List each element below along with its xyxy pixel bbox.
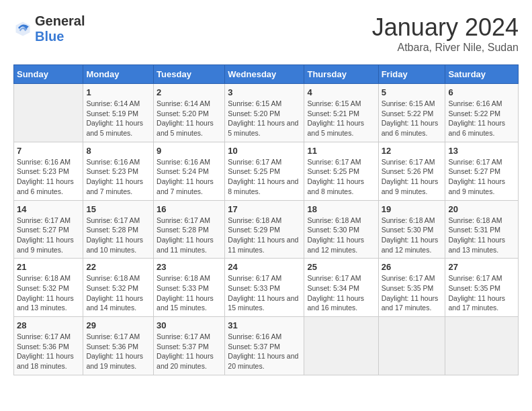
day-number: 6 xyxy=(448,87,515,97)
day-detail: Sunrise: 6:18 AMSunset: 5:29 PMDaylight:… xyxy=(228,216,301,255)
calendar-cell: 23Sunrise: 6:18 AMSunset: 5:33 PMDayligh… xyxy=(154,259,225,317)
day-number: 5 xyxy=(382,87,443,97)
calendar-week-row: 7Sunrise: 6:16 AMSunset: 5:23 PMDaylight… xyxy=(14,142,519,200)
calendar-cell: 14Sunrise: 6:17 AMSunset: 5:27 PMDayligh… xyxy=(14,200,83,259)
day-number: 4 xyxy=(307,87,375,97)
day-number: 2 xyxy=(157,87,222,97)
day-detail: Sunrise: 6:16 AMSunset: 5:23 PMDaylight:… xyxy=(17,157,80,197)
header: General Blue January 2024 Atbara, River … xyxy=(13,13,519,54)
day-number: 27 xyxy=(448,262,515,272)
calendar-cell: 31Sunrise: 6:16 AMSunset: 5:37 PMDayligh… xyxy=(225,317,304,375)
calendar-cell: 9Sunrise: 6:16 AMSunset: 5:24 PMDaylight… xyxy=(154,142,225,200)
header-day-friday: Friday xyxy=(378,65,445,84)
calendar-cell: 29Sunrise: 6:17 AMSunset: 5:36 PMDayligh… xyxy=(83,317,154,375)
logo-text: General Blue xyxy=(35,13,85,44)
day-number: 8 xyxy=(86,146,150,156)
calendar-cell: 12Sunrise: 6:17 AMSunset: 5:26 PMDayligh… xyxy=(378,142,445,200)
calendar-cell: 24Sunrise: 6:17 AMSunset: 5:33 PMDayligh… xyxy=(225,259,304,317)
day-detail: Sunrise: 6:17 AMSunset: 5:27 PMDaylight:… xyxy=(448,157,515,197)
day-detail: Sunrise: 6:17 AMSunset: 5:25 PMDaylight:… xyxy=(307,157,375,197)
day-number: 19 xyxy=(382,204,443,214)
main-title: January 2024 xyxy=(372,13,519,42)
day-detail: Sunrise: 6:18 AMSunset: 5:31 PMDaylight:… xyxy=(448,216,515,255)
day-detail: Sunrise: 6:16 AMSunset: 5:24 PMDaylight:… xyxy=(157,157,222,197)
day-number: 20 xyxy=(448,204,515,214)
day-number: 24 xyxy=(228,262,301,272)
day-number: 1 xyxy=(86,87,150,97)
header-day-monday: Monday xyxy=(83,65,154,84)
day-number: 31 xyxy=(228,320,301,330)
day-number: 3 xyxy=(228,87,301,97)
day-number: 16 xyxy=(157,204,222,214)
day-number: 21 xyxy=(17,262,80,272)
calendar-cell: 18Sunrise: 6:18 AMSunset: 5:30 PMDayligh… xyxy=(304,200,378,259)
day-detail: Sunrise: 6:18 AMSunset: 5:30 PMDaylight:… xyxy=(307,216,375,255)
day-detail: Sunrise: 6:17 AMSunset: 5:36 PMDaylight:… xyxy=(86,332,150,371)
day-detail: Sunrise: 6:18 AMSunset: 5:32 PMDaylight:… xyxy=(86,273,150,313)
calendar-cell: 8Sunrise: 6:16 AMSunset: 5:23 PMDaylight… xyxy=(83,142,154,200)
calendar-cell: 5Sunrise: 6:15 AMSunset: 5:22 PMDaylight… xyxy=(378,84,445,142)
calendar-cell xyxy=(14,84,83,142)
day-detail: Sunrise: 6:17 AMSunset: 5:37 PMDaylight:… xyxy=(157,332,222,371)
calendar-week-row: 14Sunrise: 6:17 AMSunset: 5:27 PMDayligh… xyxy=(14,200,519,259)
calendar-cell: 27Sunrise: 6:17 AMSunset: 5:35 PMDayligh… xyxy=(445,259,519,317)
day-number: 25 xyxy=(307,262,375,272)
calendar-cell: 10Sunrise: 6:17 AMSunset: 5:25 PMDayligh… xyxy=(225,142,304,200)
day-detail: Sunrise: 6:17 AMSunset: 5:36 PMDaylight:… xyxy=(17,332,80,371)
calendar-cell: 7Sunrise: 6:16 AMSunset: 5:23 PMDaylight… xyxy=(14,142,83,200)
day-number: 7 xyxy=(17,146,80,156)
day-detail: Sunrise: 6:18 AMSunset: 5:33 PMDaylight:… xyxy=(157,273,222,313)
day-number: 12 xyxy=(382,146,443,156)
day-number: 14 xyxy=(17,204,80,214)
calendar-cell: 20Sunrise: 6:18 AMSunset: 5:31 PMDayligh… xyxy=(445,200,519,259)
day-detail: Sunrise: 6:18 AMSunset: 5:32 PMDaylight:… xyxy=(17,273,80,313)
day-number: 28 xyxy=(17,320,80,330)
subtitle: Atbara, River Nile, Sudan xyxy=(372,42,519,54)
day-detail: Sunrise: 6:14 AMSunset: 5:19 PMDaylight:… xyxy=(86,99,150,138)
day-number: 13 xyxy=(448,146,515,156)
calendar-header-row: SundayMondayTuesdayWednesdayThursdayFrid… xyxy=(14,65,519,84)
day-number: 26 xyxy=(382,262,443,272)
calendar-cell: 30Sunrise: 6:17 AMSunset: 5:37 PMDayligh… xyxy=(154,317,225,375)
day-number: 22 xyxy=(86,262,150,272)
day-detail: Sunrise: 6:17 AMSunset: 5:25 PMDaylight:… xyxy=(228,157,301,197)
calendar-week-row: 21Sunrise: 6:18 AMSunset: 5:32 PMDayligh… xyxy=(14,259,519,317)
calendar-cell: 19Sunrise: 6:18 AMSunset: 5:30 PMDayligh… xyxy=(378,200,445,259)
calendar-cell: 25Sunrise: 6:17 AMSunset: 5:34 PMDayligh… xyxy=(304,259,378,317)
day-detail: Sunrise: 6:17 AMSunset: 5:35 PMDaylight:… xyxy=(448,273,515,313)
day-number: 9 xyxy=(157,146,222,156)
calendar-cell: 28Sunrise: 6:17 AMSunset: 5:36 PMDayligh… xyxy=(14,317,83,375)
calendar-cell: 21Sunrise: 6:18 AMSunset: 5:32 PMDayligh… xyxy=(14,259,83,317)
calendar-cell: 22Sunrise: 6:18 AMSunset: 5:32 PMDayligh… xyxy=(83,259,154,317)
day-detail: Sunrise: 6:17 AMSunset: 5:27 PMDaylight:… xyxy=(17,216,80,255)
calendar-cell xyxy=(378,317,445,375)
calendar-cell: 6Sunrise: 6:16 AMSunset: 5:22 PMDaylight… xyxy=(445,84,519,142)
header-day-saturday: Saturday xyxy=(445,65,519,84)
title-area: January 2024 Atbara, River Nile, Sudan xyxy=(372,13,519,54)
header-day-wednesday: Wednesday xyxy=(225,65,304,84)
calendar-cell: 3Sunrise: 6:15 AMSunset: 5:20 PMDaylight… xyxy=(225,84,304,142)
day-number: 10 xyxy=(228,146,301,156)
calendar-cell xyxy=(304,317,378,375)
day-detail: Sunrise: 6:17 AMSunset: 5:28 PMDaylight:… xyxy=(157,216,222,255)
day-number: 30 xyxy=(157,320,222,330)
header-day-thursday: Thursday xyxy=(304,65,378,84)
day-detail: Sunrise: 6:17 AMSunset: 5:26 PMDaylight:… xyxy=(382,157,443,197)
day-number: 17 xyxy=(228,204,301,214)
day-detail: Sunrise: 6:14 AMSunset: 5:20 PMDaylight:… xyxy=(157,99,222,138)
day-detail: Sunrise: 6:17 AMSunset: 5:28 PMDaylight:… xyxy=(86,216,150,255)
day-detail: Sunrise: 6:15 AMSunset: 5:22 PMDaylight:… xyxy=(382,99,443,138)
day-detail: Sunrise: 6:17 AMSunset: 5:34 PMDaylight:… xyxy=(307,273,375,313)
calendar-cell: 26Sunrise: 6:17 AMSunset: 5:35 PMDayligh… xyxy=(378,259,445,317)
calendar-cell: 13Sunrise: 6:17 AMSunset: 5:27 PMDayligh… xyxy=(445,142,519,200)
calendar-cell xyxy=(445,317,519,375)
day-detail: Sunrise: 6:15 AMSunset: 5:20 PMDaylight:… xyxy=(228,99,301,138)
day-number: 23 xyxy=(157,262,222,272)
header-day-tuesday: Tuesday xyxy=(154,65,225,84)
day-number: 18 xyxy=(307,204,375,214)
calendar-cell: 2Sunrise: 6:14 AMSunset: 5:20 PMDaylight… xyxy=(154,84,225,142)
day-detail: Sunrise: 6:18 AMSunset: 5:30 PMDaylight:… xyxy=(382,216,443,255)
day-number: 15 xyxy=(86,204,150,214)
day-number: 29 xyxy=(86,320,150,330)
logo: General Blue xyxy=(13,13,85,44)
